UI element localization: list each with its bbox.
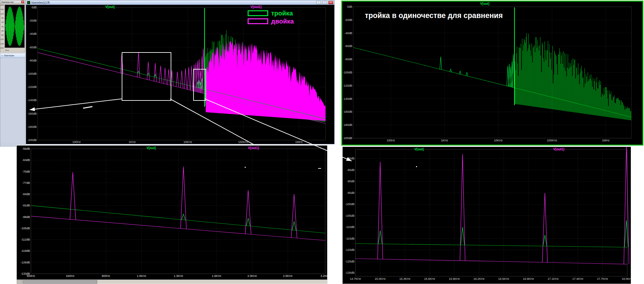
legend-row: двойка (248, 18, 294, 24)
y-tick-label: -112dB (21, 238, 30, 241)
zoom-left-window: -56dB-63dB-70dB-77dB-84dB-91dB-98dB-105d… (16, 145, 328, 284)
app-icon: ≈ (27, 1, 30, 4)
x-tick-label: 2.5KHz (283, 274, 293, 278)
x-tick-label: 500Hz (27, 274, 35, 278)
x-tick-label: 800Hz (102, 274, 110, 278)
x-tick-label: 14.7KHz (350, 277, 361, 280)
cursor-mark (416, 166, 417, 167)
close-button[interactable]: × (328, 1, 333, 4)
compare-fft-panel: 0dB-20dB-40dB-60dB-80dB-100dB-120dB-140d… (341, 1, 643, 146)
x-tick-label: 15.0KHz (374, 277, 386, 280)
y-tick-label: -80dB (29, 59, 37, 62)
trace-label-vout: V[out] (147, 146, 156, 150)
minimize-button[interactable]: – (316, 1, 321, 4)
zoom-left-chart[interactable]: -56dB-63dB-70dB-77dB-84dB-91dB-98dB-105d… (17, 146, 327, 279)
y-tick-label: -180dB (27, 125, 37, 128)
explorer-item-stanislav[interactable]: ≈ Stanislav (0, 53, 25, 58)
x-tick-label: 16.8KHz (523, 277, 534, 280)
y-tick-label: -60dB (29, 46, 37, 49)
legend-row: тройка (248, 10, 294, 16)
explorer-body (0, 58, 25, 143)
trace-label-vout: V[out] (105, 5, 115, 9)
scope-window: Stanislav.raw × 20V16V12V8V4V0V-4V-8V-12… (0, 0, 25, 52)
zoom-right-panel: -80dB-85dB-90dB-95dB-100dB-105dB-110dB-1… (342, 147, 631, 284)
zoom-selection-rect-1 (122, 52, 171, 101)
x-tick-label: 18.0KHz (622, 277, 631, 280)
x-tick-label: 15.6KHz (424, 277, 435, 280)
trace-label-vout1: V[out1] (251, 5, 261, 9)
y-tick-label: -120dB (343, 84, 352, 87)
y-tick-label: 0dB (347, 5, 352, 8)
y-tick-label: -126dB (21, 261, 30, 264)
y-tick-label: -120dB (345, 248, 355, 251)
trace-label-vout1: V[out1] (553, 147, 564, 151)
y-tick-label: -16V (0, 43, 4, 45)
x-tick-label: 17.7KHz (597, 277, 608, 280)
y-tick-label: -84dB (22, 193, 30, 196)
x-tick-label: 100Hz (387, 139, 395, 142)
x-tick-label: 16.2KHz (473, 277, 485, 280)
scope-chart[interactable]: 20V16V12V8V4V0V-4V-8V-12V-16V-20V0ms (0, 4, 25, 52)
y-tick-label: -12V (0, 38, 4, 40)
y-tick-label: -115dB (346, 237, 355, 240)
horizontal-scrollbar[interactable] (17, 279, 327, 284)
explorer-item-label: Stanislav (4, 54, 14, 57)
waveform-icon: ≈ (1, 54, 3, 57)
main-window-title: Stanislav(2).fft (31, 1, 50, 4)
trace-label-vout1: V[out1] (248, 146, 259, 150)
y-tick-label: -200dB (343, 137, 352, 140)
y-tick-label: 4V (2, 21, 4, 23)
x-tick-label: 1MHz (295, 140, 303, 144)
y-tick-label: -100dB (343, 71, 352, 74)
y-tick-label: -40dB (345, 32, 352, 35)
y-tick-label: -56dB (22, 147, 30, 150)
main-fft-window: ≈ Stanislav(2).fft – □ × 0dB-20dB-40dB-6… (26, 0, 335, 144)
legend-label: тройка (271, 10, 293, 16)
y-tick-label: -20dB (345, 18, 352, 22)
scrollbar-thumb[interactable] (23, 280, 97, 284)
close-icon[interactable]: × (21, 1, 24, 3)
x-tick-label: 1.3KHz (174, 274, 183, 278)
explorer-panel: ≈ Stanislav (0, 53, 25, 147)
x-tick-label: 100KHz (238, 140, 249, 144)
x-tick-label: 1MHz (602, 139, 610, 142)
cursor-mark (318, 168, 321, 169)
y-tick-label: -80dB (347, 157, 355, 160)
desktop: Stanislav.raw × 20V16V12V8V4V0V-4V-8V-12… (0, 0, 644, 284)
scope-titlebar[interactable]: Stanislav.raw × (0, 0, 25, 4)
y-tick-label: -95dB (347, 191, 355, 194)
x-tick-label: 15.3KHz (399, 277, 411, 280)
y-tick-label: -110dB (346, 225, 355, 229)
maximize-button[interactable]: □ (322, 1, 327, 4)
zoom-right-chart[interactable]: -80dB-85dB-90dB-95dB-100dB-105dB-110dB-1… (343, 147, 631, 284)
x-tick-label: 10KHz (494, 139, 503, 142)
compare-fft-chart[interactable]: 0dB-20dB-40dB-60dB-80dB-100dB-120dB-140d… (342, 2, 642, 145)
scrollbar-left-button[interactable] (17, 280, 22, 284)
y-tick-label: -119dB (21, 249, 30, 252)
x-tick-label: 1KHz (128, 140, 136, 144)
legend-swatch (248, 18, 268, 24)
y-tick-label: -20dB (29, 19, 37, 22)
x-tick-label: 1KHz (441, 139, 449, 142)
main-titlebar[interactable]: ≈ Stanislav(2).fft – □ × (26, 0, 334, 5)
x-tick-label: 10KHz (184, 140, 193, 144)
y-tick-label: 20V (0, 4, 4, 6)
x-tick-label: 17.4KHz (572, 277, 583, 280)
legend: тройкадвойка (248, 10, 294, 26)
y-tick-label: 16V (0, 8, 4, 10)
y-tick-label: -130dB (345, 271, 355, 274)
y-tick-label: 8V (2, 17, 4, 19)
y-tick-label: -98dB (22, 215, 30, 219)
x-tick-label: 16.5KHz (498, 277, 509, 280)
scope-window-title: Stanislav.raw (1, 1, 14, 3)
plot-area (355, 149, 627, 276)
y-tick-label: -100dB (345, 203, 355, 206)
y-tick-label: -140dB (27, 99, 37, 102)
y-tick-label: 0V (2, 26, 4, 28)
y-tick-label: -140dB (343, 97, 352, 100)
y-tick-label: -105dB (345, 214, 355, 217)
x-tick-label: 15.9KHz (449, 277, 460, 280)
y-tick-label: -70dB (22, 170, 30, 173)
x-tick-label: 3.2KHz (320, 274, 327, 278)
y-tick-label: -63dB (22, 158, 30, 162)
